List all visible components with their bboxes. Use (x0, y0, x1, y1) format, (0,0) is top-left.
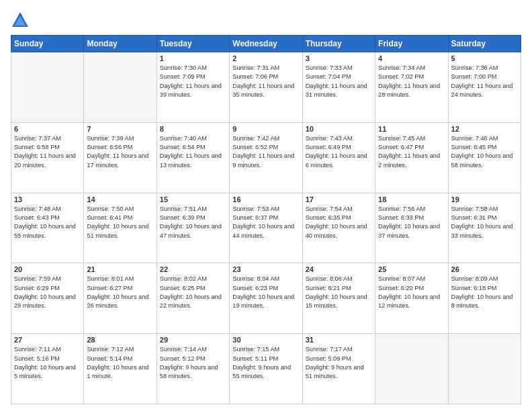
calendar-day-cell: 21Sunrise: 8:01 AMSunset: 6:27 PMDayligh… (84, 263, 157, 334)
header (11, 11, 521, 30)
day-info: Sunrise: 7:15 AMSunset: 5:11 PMDaylight:… (232, 345, 299, 381)
calendar-day-cell: 4Sunrise: 7:34 AMSunset: 7:02 PMDaylight… (375, 52, 448, 123)
day-info: Sunrise: 7:53 AMSunset: 6:37 PMDaylight:… (232, 205, 299, 240)
day-number: 16 (232, 195, 299, 203)
day-number: 2 (232, 54, 299, 62)
day-info: Sunrise: 7:50 AMSunset: 6:41 PMDaylight:… (87, 205, 153, 240)
calendar-day-cell: 19Sunrise: 7:58 AMSunset: 6:31 PMDayligh… (448, 193, 521, 263)
day-number: 21 (87, 265, 153, 273)
day-number: 5 (451, 54, 518, 62)
calendar-day-cell: 26Sunrise: 8:09 AMSunset: 6:18 PMDayligh… (448, 263, 521, 334)
calendar-day-cell: 7Sunrise: 7:39 AMSunset: 6:56 PMDaylight… (84, 122, 157, 193)
calendar-day-cell: 28Sunrise: 7:12 AMSunset: 5:14 PMDayligh… (84, 334, 157, 404)
day-info: Sunrise: 7:14 AMSunset: 5:12 PMDaylight:… (160, 345, 226, 381)
day-number: 13 (14, 195, 81, 203)
calendar-day-cell: 29Sunrise: 7:14 AMSunset: 5:12 PMDayligh… (157, 334, 229, 404)
day-info: Sunrise: 7:45 AMSunset: 6:47 PMDaylight:… (378, 134, 445, 170)
day-info: Sunrise: 7:58 AMSunset: 6:31 PMDaylight:… (451, 205, 518, 240)
calendar-day-cell (375, 334, 448, 404)
weekday-header: Thursday (302, 36, 375, 52)
calendar-day-cell: 5Sunrise: 7:36 AMSunset: 7:00 PMDaylight… (448, 52, 521, 123)
calendar-day-cell (11, 52, 84, 123)
calendar-day-cell: 17Sunrise: 7:54 AMSunset: 6:35 PMDayligh… (302, 193, 375, 263)
page: SundayMondayTuesdayWednesdayThursdayFrid… (0, 0, 532, 411)
calendar-day-cell: 11Sunrise: 7:45 AMSunset: 6:47 PMDayligh… (375, 122, 448, 193)
day-info: Sunrise: 8:06 AMSunset: 6:21 PMDaylight:… (306, 275, 372, 310)
day-number: 22 (160, 265, 226, 273)
day-info: Sunrise: 7:36 AMSunset: 7:00 PMDaylight:… (451, 64, 518, 99)
weekday-header: Friday (375, 36, 448, 52)
calendar-day-cell: 14Sunrise: 7:50 AMSunset: 6:41 PMDayligh… (84, 193, 157, 263)
calendar-day-cell: 25Sunrise: 8:07 AMSunset: 6:20 PMDayligh… (375, 263, 448, 334)
day-info: Sunrise: 8:02 AMSunset: 6:25 PMDaylight:… (160, 275, 226, 310)
day-number: 9 (232, 125, 299, 133)
day-number: 6 (14, 125, 81, 133)
weekday-header: Wednesday (230, 36, 302, 52)
day-info: Sunrise: 7:31 AMSunset: 7:06 PMDaylight:… (232, 64, 299, 99)
day-info: Sunrise: 8:04 AMSunset: 6:23 PMDaylight:… (232, 275, 299, 310)
weekday-header: Saturday (448, 36, 521, 52)
calendar-day-cell (84, 52, 157, 123)
calendar-week-row: 6Sunrise: 7:37 AMSunset: 6:58 PMDaylight… (11, 122, 521, 193)
day-info: Sunrise: 8:09 AMSunset: 6:18 PMDaylight:… (451, 275, 518, 310)
day-number: 17 (306, 195, 372, 203)
day-info: Sunrise: 7:42 AMSunset: 6:52 PMDaylight:… (232, 134, 299, 170)
day-info: Sunrise: 7:34 AMSunset: 7:02 PMDaylight:… (378, 64, 445, 99)
calendar-day-cell: 23Sunrise: 8:04 AMSunset: 6:23 PMDayligh… (230, 263, 302, 334)
calendar-day-cell: 24Sunrise: 8:06 AMSunset: 6:21 PMDayligh… (302, 263, 375, 334)
calendar-header-row: SundayMondayTuesdayWednesdayThursdayFrid… (11, 36, 521, 52)
day-number: 12 (451, 125, 518, 133)
day-info: Sunrise: 7:17 AMSunset: 5:09 PMDaylight:… (306, 345, 372, 381)
calendar-day-cell: 10Sunrise: 7:43 AMSunset: 6:49 PMDayligh… (302, 122, 375, 193)
calendar-day-cell: 9Sunrise: 7:42 AMSunset: 6:52 PMDaylight… (230, 122, 302, 193)
day-info: Sunrise: 7:11 AMSunset: 5:16 PMDaylight:… (14, 345, 81, 381)
day-number: 31 (306, 336, 372, 344)
day-info: Sunrise: 7:30 AMSunset: 7:09 PMDaylight:… (160, 64, 226, 99)
day-info: Sunrise: 7:33 AMSunset: 7:04 PMDaylight:… (306, 64, 372, 99)
day-number: 24 (306, 265, 372, 273)
day-number: 23 (232, 265, 299, 273)
day-info: Sunrise: 7:51 AMSunset: 6:39 PMDaylight:… (160, 205, 226, 240)
day-info: Sunrise: 7:46 AMSunset: 6:45 PMDaylight:… (451, 134, 518, 170)
calendar-day-cell: 13Sunrise: 7:48 AMSunset: 6:43 PMDayligh… (11, 193, 84, 263)
day-number: 29 (160, 336, 226, 344)
weekday-header: Tuesday (157, 36, 229, 52)
day-info: Sunrise: 7:56 AMSunset: 6:33 PMDaylight:… (378, 205, 445, 240)
day-number: 25 (378, 265, 445, 273)
calendar-day-cell: 3Sunrise: 7:33 AMSunset: 7:04 PMDaylight… (302, 52, 375, 123)
logo (11, 11, 32, 30)
calendar-day-cell: 31Sunrise: 7:17 AMSunset: 5:09 PMDayligh… (302, 334, 375, 404)
day-number: 30 (232, 336, 299, 344)
calendar-day-cell: 2Sunrise: 7:31 AMSunset: 7:06 PMDaylight… (230, 52, 302, 123)
calendar: SundayMondayTuesdayWednesdayThursdayFrid… (11, 35, 521, 404)
calendar-body: 1Sunrise: 7:30 AMSunset: 7:09 PMDaylight… (11, 52, 521, 404)
calendar-day-cell: 27Sunrise: 7:11 AMSunset: 5:16 PMDayligh… (11, 334, 84, 404)
day-number: 18 (378, 195, 445, 203)
day-info: Sunrise: 7:12 AMSunset: 5:14 PMDaylight:… (87, 345, 153, 381)
calendar-week-row: 20Sunrise: 7:59 AMSunset: 6:29 PMDayligh… (11, 263, 521, 334)
day-info: Sunrise: 8:07 AMSunset: 6:20 PMDaylight:… (378, 275, 445, 310)
day-number: 15 (160, 195, 226, 203)
calendar-day-cell: 8Sunrise: 7:40 AMSunset: 6:54 PMDaylight… (157, 122, 229, 193)
weekday-header: Sunday (11, 36, 84, 52)
day-number: 14 (87, 195, 153, 203)
day-info: Sunrise: 7:40 AMSunset: 6:54 PMDaylight:… (160, 134, 226, 170)
calendar-day-cell: 20Sunrise: 7:59 AMSunset: 6:29 PMDayligh… (11, 263, 84, 334)
calendar-day-cell: 1Sunrise: 7:30 AMSunset: 7:09 PMDaylight… (157, 52, 229, 123)
day-number: 10 (306, 125, 372, 133)
calendar-day-cell (448, 334, 521, 404)
calendar-day-cell: 15Sunrise: 7:51 AMSunset: 6:39 PMDayligh… (157, 193, 229, 263)
day-number: 3 (306, 54, 372, 62)
calendar-day-cell: 30Sunrise: 7:15 AMSunset: 5:11 PMDayligh… (230, 334, 302, 404)
day-number: 19 (451, 195, 518, 203)
calendar-week-row: 27Sunrise: 7:11 AMSunset: 5:16 PMDayligh… (11, 334, 521, 404)
calendar-day-cell: 22Sunrise: 8:02 AMSunset: 6:25 PMDayligh… (157, 263, 229, 334)
calendar-week-row: 1Sunrise: 7:30 AMSunset: 7:09 PMDaylight… (11, 52, 521, 123)
day-info: Sunrise: 7:39 AMSunset: 6:56 PMDaylight:… (87, 134, 153, 170)
calendar-week-row: 13Sunrise: 7:48 AMSunset: 6:43 PMDayligh… (11, 193, 521, 263)
day-info: Sunrise: 7:43 AMSunset: 6:49 PMDaylight:… (306, 134, 372, 170)
day-number: 4 (378, 54, 445, 62)
day-info: Sunrise: 7:54 AMSunset: 6:35 PMDaylight:… (306, 205, 372, 240)
calendar-day-cell: 16Sunrise: 7:53 AMSunset: 6:37 PMDayligh… (230, 193, 302, 263)
calendar-day-cell: 6Sunrise: 7:37 AMSunset: 6:58 PMDaylight… (11, 122, 84, 193)
